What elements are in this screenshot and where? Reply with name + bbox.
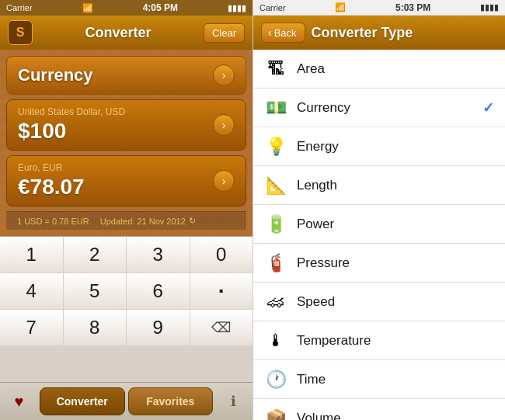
status-bar-right: Carrier 📶 5:03 PM ▮▮▮▮ [253,0,505,16]
list-item-energy[interactable]: 💡 Energy [253,127,505,166]
exchange-rate-bar: 1 USD = 0.78 EUR Updated: 21 Nov 2012 ↻ [6,211,246,230]
updated-text: Updated: 21 Nov 2012 [100,217,186,226]
exchange-rate-sep [92,217,97,226]
key-3[interactable]: 3 [127,237,190,272]
from-label: United States Dollar, USD [18,106,213,117]
tab-info-button[interactable]: ℹ [214,393,252,410]
to-label: Euro, EUR [18,162,213,173]
back-chevron-icon: ‹ [268,26,272,39]
key-5[interactable]: 5 [64,273,127,309]
converter-type-list: 🏗 Area 💵 Currency ✓ 💡 Energy 📐 Length 🔋 … [253,50,505,420]
favorites-heart-button[interactable]: ♥ [0,393,38,411]
key-9[interactable]: 9 [127,310,190,345]
exchange-rate-text: 1 USD = 0.78 EUR [17,217,89,226]
power-icon: 🔋 [264,213,287,236]
temperature-icon: 🌡 [264,329,287,352]
speed-label: Speed [297,294,494,310]
key-1[interactable]: 1 [0,237,63,272]
carrier-right: Carrier [259,3,286,12]
from-arrow-icon: › [213,114,235,136]
pressure-icon: 🧯 [264,252,287,275]
from-currency-box[interactable]: United States Dollar, USD $100 › [6,99,246,151]
key-4[interactable]: 4 [0,273,63,309]
battery-right: ▮▮▮▮ [480,2,499,12]
list-item-pressure[interactable]: 🧯 Pressure [253,244,505,283]
length-label: Length [297,178,494,193]
nav-title-right: Converter Type [312,25,413,41]
list-item-volume[interactable]: 📦 Volume [253,399,505,420]
speed-icon: 🏎 [264,290,287,314]
to-arrow-icon: › [213,170,235,192]
list-item-power[interactable]: 🔋 Power [253,205,505,244]
currency-type-selector[interactable]: Currency › [6,56,246,95]
battery-left: ▮▮▮▮ [228,3,246,13]
key-backspace[interactable]: ⌫ [190,310,253,345]
nav-bar-right: ‹ Back Converter Type [253,16,505,50]
time-left: 4:05 PM [143,2,178,13]
selected-checkmark: ✓ [482,99,494,116]
pressure-label: Pressure [297,255,494,271]
tab-converter-button[interactable]: Converter [40,387,125,415]
list-item-speed[interactable]: 🏎 Speed [253,283,505,321]
power-label: Power [297,217,494,232]
volume-label: Volume [297,411,494,421]
key-8[interactable]: 8 [64,310,127,345]
area-icon: 🏗 [264,57,287,81]
to-value: €78.07 [18,175,213,200]
list-item-temperature[interactable]: 🌡 Temperature [253,321,505,360]
list-item-length[interactable]: 📐 Length [253,166,505,205]
list-item-time[interactable]: 🕐 Time [253,360,505,399]
currency-icon: 💵 [264,96,287,120]
key-2[interactable]: 2 [64,237,127,272]
converter-area: Currency › United States Dollar, USD $10… [0,50,252,236]
energy-icon: 💡 [264,135,287,158]
app-logo: S [8,20,33,45]
status-bar-left: Carrier 📶 4:05 PM ▮▮▮▮ [0,0,252,16]
list-item-currency[interactable]: 💵 Currency ✓ [253,89,505,127]
time-right: 5:03 PM [395,2,430,13]
temperature-label: Temperature [297,333,494,349]
nav-title-left: Converter [85,25,151,41]
currency-type-label: Currency [18,65,93,85]
clear-button[interactable]: Clear [204,23,245,43]
currency-arrow-icon: › [213,64,235,86]
time-label: Time [297,372,494,387]
tab-bar-left: ♥ Converter Favorites ℹ [0,382,252,420]
wifi-icon-right: 📶 [335,2,346,12]
list-item-area[interactable]: 🏗 Area [253,50,505,89]
refresh-icon: ↻ [189,216,196,226]
tab-favorites-button[interactable]: Favorites [128,387,214,415]
carrier-left: Carrier [6,3,33,12]
key-0[interactable]: 0 [190,237,253,272]
area-label: Area [297,61,494,77]
keypad: 1 2 3 0 4 5 6 · 7 8 9 ⌫ [0,236,252,382]
volume-icon: 📦 [264,407,287,421]
right-phone: Carrier 📶 5:03 PM ▮▮▮▮ ‹ Back Converter … [252,0,505,420]
key-7[interactable]: 7 [0,310,63,345]
nav-bar-left: S Converter Clear [0,16,252,50]
length-icon: 📐 [264,174,287,197]
wifi-icon-left: 📶 [82,3,93,13]
to-currency-box[interactable]: Euro, EUR €78.07 › [6,155,246,207]
currency-label: Currency [297,100,473,116]
time-icon: 🕐 [264,368,287,391]
from-value: $100 [18,119,213,144]
back-button[interactable]: ‹ Back [261,23,305,43]
key-6[interactable]: 6 [127,273,190,309]
key-dot[interactable]: · [190,273,253,309]
energy-label: Energy [297,139,494,154]
left-phone: Carrier 📶 4:05 PM ▮▮▮▮ S Converter Clear… [0,0,252,420]
